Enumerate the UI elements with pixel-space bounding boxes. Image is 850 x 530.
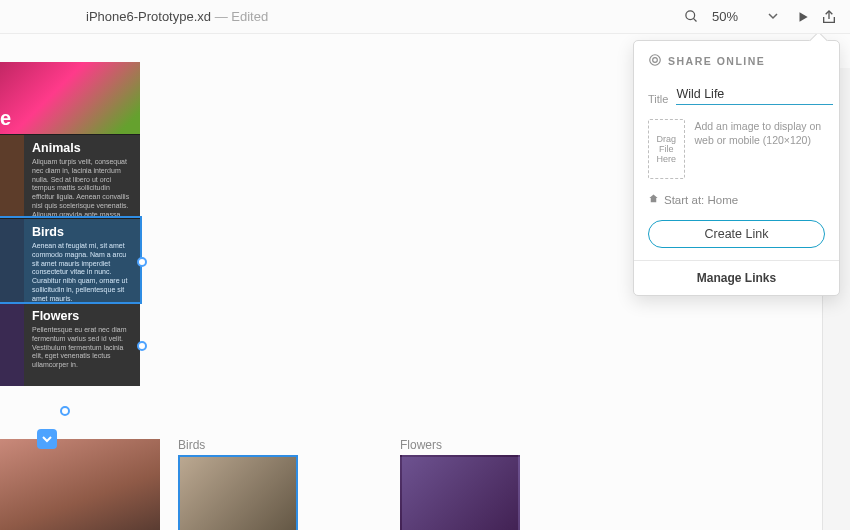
create-link-button[interactable]: Create Link bbox=[648, 220, 825, 248]
edited-indicator: — Edited bbox=[211, 9, 268, 24]
play-button[interactable] bbox=[790, 4, 816, 30]
artboard-label: Birds bbox=[178, 438, 298, 452]
hero-letter: e bbox=[0, 107, 11, 130]
home-icon bbox=[648, 193, 659, 206]
image-drop-zone[interactable]: Drag File Here bbox=[648, 119, 685, 179]
list-item-text: Aenean at feugiat mi, sit amet commodo m… bbox=[32, 242, 132, 302]
top-bar: iPhone6-Prototype.xd — Edited 50% bbox=[0, 0, 850, 34]
list-item-title: Animals bbox=[32, 141, 132, 155]
artboard-label: Flowers bbox=[400, 438, 520, 452]
zoom-control[interactable]: 50% bbox=[678, 4, 778, 30]
create-link-label: Create Link bbox=[705, 227, 769, 241]
list-item[interactable]: Animals Aliquam turpis velit, consequat … bbox=[0, 134, 140, 218]
popover-heading: SHARE ONLINE bbox=[634, 41, 839, 79]
cloud-icon bbox=[648, 53, 662, 69]
start-at-row[interactable]: Start at: Home bbox=[648, 193, 825, 206]
artboard-image bbox=[400, 455, 520, 530]
list-thumb-animals bbox=[0, 135, 24, 218]
list-item[interactable]: Birds Aenean at feugiat mi, sit amet com… bbox=[0, 218, 140, 302]
svg-point-2 bbox=[650, 55, 661, 66]
drop-zone-text: Drag File Here bbox=[653, 134, 680, 164]
birds-artboard[interactable]: Birds bbox=[178, 438, 298, 530]
share-button[interactable] bbox=[816, 4, 842, 30]
connection-handle[interactable] bbox=[137, 257, 147, 267]
zoom-value: 50% bbox=[712, 9, 752, 24]
svg-point-3 bbox=[653, 58, 658, 63]
list-item[interactable]: Flowers Pellentesque eu erat nec diam fe… bbox=[0, 302, 140, 386]
share-online-popover: SHARE ONLINE Title Drag File Here Add an… bbox=[633, 40, 840, 296]
animals-artboard-image bbox=[0, 439, 160, 530]
svg-line-1 bbox=[693, 18, 696, 21]
connection-handle[interactable] bbox=[137, 341, 147, 351]
manage-links-button[interactable]: Manage Links bbox=[634, 260, 839, 295]
connection-handle[interactable] bbox=[60, 406, 70, 416]
svg-point-0 bbox=[685, 11, 694, 20]
title-label: Title bbox=[648, 93, 668, 105]
list-thumb-birds bbox=[0, 219, 24, 302]
chevron-down-icon bbox=[768, 9, 778, 24]
drop-zone-hint: Add an image to display on web or mobile… bbox=[695, 119, 825, 179]
search-icon bbox=[678, 4, 704, 30]
branch-down-icon[interactable] bbox=[37, 429, 57, 449]
artboard-image bbox=[178, 455, 298, 530]
prototype-canvas[interactable]: e Animals Aliquam turpis velit, consequa… bbox=[0, 34, 850, 530]
list-item-title: Birds bbox=[32, 225, 132, 239]
flowers-artboard[interactable]: Flowers bbox=[400, 438, 520, 530]
title-input[interactable] bbox=[676, 85, 833, 105]
filename: iPhone6-Prototype.xd bbox=[86, 9, 211, 24]
home-artboard[interactable]: e Animals Aliquam turpis velit, consequa… bbox=[0, 62, 140, 386]
list-item-title: Flowers bbox=[32, 309, 132, 323]
list-item-text: Pellentesque eu erat nec diam fermentum … bbox=[32, 326, 132, 370]
manage-links-label: Manage Links bbox=[697, 271, 776, 285]
hero-image: e bbox=[0, 62, 140, 134]
list-item-text: Aliquam turpis velit, consequat nec diam… bbox=[32, 158, 132, 218]
list-thumb-flowers bbox=[0, 303, 24, 386]
document-title: iPhone6-Prototype.xd — Edited bbox=[86, 9, 268, 24]
popover-heading-text: SHARE ONLINE bbox=[668, 55, 765, 67]
start-at-text: Start at: Home bbox=[664, 194, 738, 206]
